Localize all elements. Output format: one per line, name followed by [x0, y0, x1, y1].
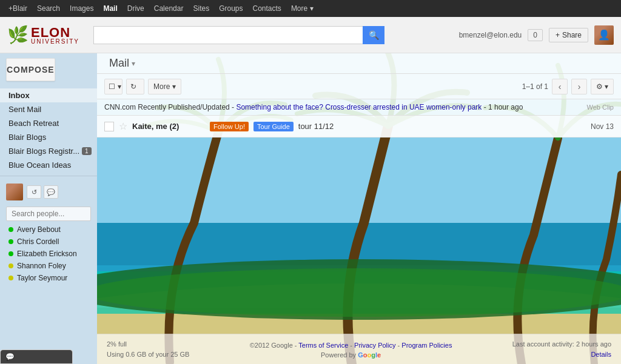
- chevron-right-icon: ›: [578, 82, 581, 91]
- sidebar-item-beach[interactable]: Beach Retreat: [0, 116, 97, 130]
- search-box: 🔍: [93, 26, 384, 44]
- contact-status-icon: [8, 251, 13, 256]
- web-clip-bar: CNN.com Recently Published/Updated - Som…: [97, 99, 621, 116]
- prev-page-button[interactable]: ‹: [552, 79, 568, 94]
- sidebar-divider: [0, 176, 97, 176]
- contact-item-taylor[interactable]: Taylor Seymour: [0, 272, 97, 284]
- sidebar-label-sent: Sent Mail: [8, 105, 41, 114]
- contact-item-elizabeth[interactable]: Elizabeth Erickson: [0, 248, 97, 260]
- contact-status-icon: [8, 276, 13, 280]
- notification-badge[interactable]: 0: [528, 29, 543, 41]
- mail-toolbar: ☐ ▾ ↻ More ▾ 1–1 of 1 ‹ › ⚙: [97, 74, 621, 99]
- contact-name: Chris Cordell: [17, 237, 59, 246]
- powered-text: Powered by: [321, 351, 356, 359]
- gear-icon: ⚙: [596, 82, 603, 91]
- chat-message-button[interactable]: 💬: [44, 185, 58, 199]
- compose-button[interactable]: COMPOSE: [6, 58, 55, 81]
- mail-title-dropdown-icon[interactable]: ▾: [132, 59, 135, 68]
- privacy-link[interactable]: Privacy Policy: [354, 342, 395, 349]
- web-clip-suffix: - 1 hour ago: [484, 103, 523, 111]
- email-date: Nov 13: [591, 122, 614, 131]
- sidebar-item-blueocean[interactable]: Blue Ocean Ideas: [0, 158, 97, 172]
- contact-status-icon: [8, 227, 13, 232]
- sidebar-item-blairblogs-reg[interactable]: Blair Blogs Registr... 1: [0, 144, 97, 158]
- search-icon: 🔍: [369, 30, 379, 40]
- share-label: Share: [562, 31, 582, 39]
- web-clip-link[interactable]: Something about the face? Cross-dresser …: [236, 103, 482, 111]
- tour-guide-tag: Tour Guide: [253, 122, 294, 131]
- contact-status-icon: [8, 263, 13, 268]
- checkbox-icon: ☐: [109, 82, 115, 91]
- logo-text: ELON UNIVERSITY: [31, 25, 79, 45]
- refresh-button[interactable]: ↻: [126, 79, 144, 94]
- share-icon: +: [556, 31, 560, 39]
- sidebar: COMPOSE Inbox Sent Mail Beach Retreat Bl…: [0, 53, 97, 364]
- sidebar-item-inbox[interactable]: Inbox: [0, 88, 97, 102]
- more-button[interactable]: More ▾: [148, 79, 181, 94]
- select-checkbox-button[interactable]: ☐ ▾: [104, 79, 123, 94]
- topnav-item-mail[interactable]: Mail: [99, 4, 121, 13]
- user-email: bmenzel@elon.edu: [459, 31, 522, 39]
- email-checkbox[interactable]: [104, 122, 114, 131]
- web-clip-content: CNN.com Recently Published/Updated - Som…: [104, 103, 523, 111]
- storage-detail: Using 0.6 GB of your 25 GB: [107, 349, 189, 360]
- powered-by: Powered by Google: [250, 351, 452, 359]
- sidebar-item-blairblogs[interactable]: Blair Blogs: [0, 130, 97, 144]
- sidebar-item-sent[interactable]: Sent Mail: [0, 102, 97, 116]
- contact-name: Elizabeth Erickson: [17, 250, 77, 258]
- topnav-item-sites[interactable]: Sites: [189, 4, 213, 13]
- contact-item-avery[interactable]: Avery Bebout: [0, 223, 97, 236]
- topnav-item-groups[interactable]: Groups: [215, 4, 246, 13]
- contact-name: Taylor Seymour: [17, 274, 67, 282]
- mail-content-area: Mail ▾ ☐ ▾ ↻ More ▾ 1–1 of 1: [97, 53, 621, 364]
- mail-title: Mail: [109, 57, 129, 70]
- search-input[interactable]: [93, 26, 363, 44]
- logo-university: UNIVERSITY: [31, 38, 79, 45]
- settings-button[interactable]: ⚙ ▾: [591, 79, 614, 94]
- chat-window: 💬: [0, 349, 73, 364]
- topnav-item-drive[interactable]: Drive: [124, 4, 148, 13]
- share-button[interactable]: + Share: [549, 28, 588, 42]
- topnav-item-blair[interactable]: +Blair: [5, 4, 31, 13]
- sidebar-badge: 1: [82, 147, 92, 155]
- table-row[interactable]: ☆ Kaite, me (2) Follow Up! Tour Guide to…: [97, 116, 621, 137]
- activity-details-link[interactable]: Details: [591, 351, 611, 358]
- sidebar-label-blairblogs: Blair Blogs: [8, 133, 46, 142]
- chevron-left-icon: ‹: [559, 82, 562, 91]
- contact-name: Shannon Foley: [17, 262, 66, 270]
- tos-link[interactable]: Terms of Service: [298, 342, 348, 349]
- contact-name: Avery Bebout: [17, 225, 61, 234]
- topnav-item-more[interactable]: More ▾: [287, 4, 317, 13]
- chat-window-icon: 💬: [5, 352, 15, 361]
- copyright: ©2012 Google: [250, 342, 293, 349]
- chat-window-header[interactable]: 💬: [1, 350, 72, 363]
- logo-leaf-icon: 🌿: [7, 25, 29, 45]
- topnav-item-images[interactable]: Images: [66, 4, 97, 13]
- topnav-item-contacts[interactable]: Contacts: [249, 4, 285, 13]
- chat-action-icons: ↺ 💬: [27, 185, 58, 199]
- main-area: COMPOSE Inbox Sent Mail Beach Retreat Bl…: [0, 53, 621, 364]
- avatar-image: 👤: [594, 25, 614, 45]
- avatar[interactable]: 👤: [594, 25, 614, 45]
- chat-video-button[interactable]: ↺: [27, 185, 41, 199]
- contact-item-chris[interactable]: Chris Cordell: [0, 236, 97, 248]
- logo: 🌿 ELON UNIVERSITY: [7, 25, 86, 45]
- search-people-input[interactable]: [6, 207, 91, 221]
- mail-title-area: Mail ▾: [104, 57, 140, 70]
- program-link[interactable]: Program Policies: [401, 342, 452, 349]
- email-sender: Kaite, me (2): [132, 122, 205, 131]
- contact-item-shannon[interactable]: Shannon Foley: [0, 260, 97, 272]
- search-button[interactable]: 🔍: [363, 26, 384, 44]
- topnav-item-search[interactable]: Search: [33, 4, 64, 13]
- footer-center: ©2012 Google - Terms of Service - Privac…: [250, 340, 452, 359]
- sidebar-label-blairblogs-reg: Blair Blogs Registr...: [8, 147, 79, 156]
- contact-status-icon: [8, 239, 13, 244]
- next-page-button[interactable]: ›: [571, 79, 587, 94]
- footer-activity: Last account activity: 2 hours ago Detai…: [512, 339, 611, 359]
- toolbar-right: 1–1 of 1 ‹ › ⚙ ▾: [522, 79, 614, 94]
- dropdown-icon: ▾: [118, 82, 121, 91]
- star-icon[interactable]: ☆: [119, 121, 127, 132]
- web-clip-prefix: CNN.com Recently Published/Updated -: [104, 103, 236, 111]
- refresh-icon: ↻: [130, 82, 136, 91]
- topnav-item-calendar[interactable]: Calendar: [150, 4, 187, 13]
